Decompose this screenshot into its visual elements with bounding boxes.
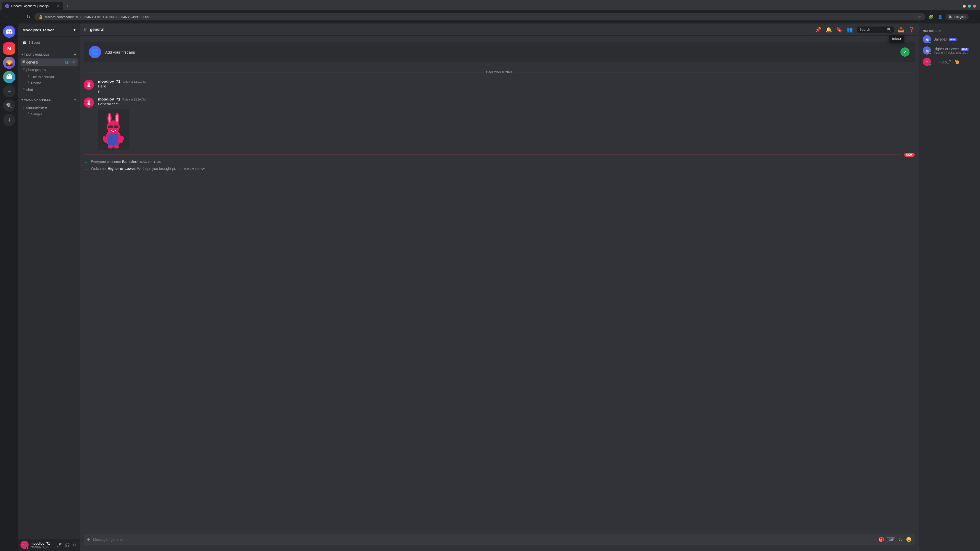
user-info: moodjoy_71 moodjoy71_0... <box>30 541 54 548</box>
message-content-1: moodjoy_71 Today at 12:01 AM Hello Hi <box>98 79 915 95</box>
download-apps-button[interactable]: ⬇ <box>3 114 15 126</box>
message-group-2: 🐰 moodjoy_71 Today at 12:26 AM General c… <box>80 96 919 151</box>
channel-item-chat[interactable]: # chat <box>21 86 78 94</box>
system-bold-1: Ballsdex <box>122 160 137 164</box>
message-input-bar: + 🎁 GIF 🗂 😊 <box>84 534 915 545</box>
date-divider: December 8, 2023 <box>80 68 919 76</box>
add-text-channel-button[interactable]: + <box>74 52 76 57</box>
channel-settings-button[interactable]: ⚙ <box>72 60 76 65</box>
thread-item-1[interactable]: ╰ This is a thread! <box>21 74 78 80</box>
add-server-button[interactable]: + <box>3 85 15 97</box>
user-avatar[interactable]: 🎮 <box>21 541 29 549</box>
incognito-button[interactable]: 🕵 Incognito <box>946 14 969 20</box>
emoji-icon[interactable]: 😊 <box>906 537 912 542</box>
message-input[interactable] <box>93 535 875 545</box>
back-button[interactable]: ← <box>3 13 12 21</box>
forward-button[interactable]: → <box>14 13 22 21</box>
app-banner-check-button[interactable]: ✓ <box>900 48 910 57</box>
mute-button[interactable]: 🎤 <box>56 541 63 548</box>
server-icon-moodjoy[interactable]: M <box>3 42 15 55</box>
text-channels-category[interactable]: ▾ Text Channels + <box>21 48 78 59</box>
message-line-hello: Hello <box>98 84 915 89</box>
attach-file-button[interactable]: + <box>87 534 90 545</box>
sample-name: Sample <box>31 112 42 116</box>
member-item-ballsdex[interactable]: 🤖 Ballsdex BOT <box>921 34 978 45</box>
date-line-right <box>515 72 915 73</box>
svg-point-4 <box>108 114 110 122</box>
inbox-wrapper: 📥 Inbox <box>898 27 904 33</box>
message-avatar-2[interactable]: 🐰 <box>84 97 94 108</box>
voice-channels-label: Voice Channels <box>24 98 51 101</box>
message-header-2: moodjoy_71 Today at 12:26 AM <box>98 97 915 101</box>
bookmark-icon[interactable]: 🔖 <box>836 27 842 33</box>
gif-button[interactable]: GIF <box>887 537 895 542</box>
server-header[interactable]: Moodjoy's server ▾ <box>18 24 80 37</box>
channel-item-channel-here[interactable]: # channel-here <box>21 103 78 111</box>
date-divider-text: December 8, 2023 <box>486 70 512 74</box>
address-bar[interactable]: 🔒 discord.com/channels/11823468517819843… <box>35 13 925 21</box>
profile-icon[interactable]: 👤 <box>937 14 944 21</box>
channel-name-chat: chat <box>26 88 33 92</box>
event-label: 1 Event <box>29 41 40 44</box>
pin-icon[interactable]: 📌 <box>815 27 821 33</box>
member-name-hol: Higher or Lower BOT <box>934 47 976 51</box>
thread-item-2[interactable]: ╰ Photos <box>21 80 78 86</box>
member-list-icon[interactable]: 👥 <box>846 27 853 33</box>
user-bar: 🎮 moodjoy_71 moodjoy71_0... 🎤 🎧 ⚙ <box>18 539 80 551</box>
member-avatar-hol: 🤖 <box>923 46 931 55</box>
help-icon[interactable]: ❓ <box>908 27 915 33</box>
explore-servers-button[interactable]: 🔍 <box>3 100 15 112</box>
browser-tab[interactable]: 🎮 Discord | #general | Moodjoy's... ✕ <box>2 2 63 10</box>
voice-channels-category[interactable]: ▾ Voice Channels + <box>21 94 78 103</box>
messages-area: 🌐 Add your first app ✓ December 8, 2023 … <box>80 36 919 534</box>
app-banner-text: Add your first app <box>105 50 896 54</box>
member-item-higher-or-lower[interactable]: 🤖 Higher or Lower BOT Playing !! !! /jok… <box>921 45 978 56</box>
message-input-area: + 🎁 GIF 🗂 😊 <box>80 534 919 551</box>
user-settings-button[interactable]: ⚙ <box>72 541 78 548</box>
channel-hash-icon: # <box>22 87 25 92</box>
message-gif <box>98 109 129 150</box>
tab-close-button[interactable]: ✕ <box>55 3 60 9</box>
svg-rect-11 <box>115 133 116 137</box>
discord-home-button[interactable] <box>3 25 15 38</box>
message-header-1: moodjoy_71 Today at 12:01 AM <box>98 79 915 83</box>
bot-badge-hol: BOT <box>961 48 969 51</box>
bot-badge-ballsdex: BOT <box>949 38 956 41</box>
member-status-ballsdex <box>929 41 931 44</box>
sticker-icon[interactable]: 🗂 <box>898 537 903 542</box>
add-first-app-banner[interactable]: 🌐 Add your first app ✓ <box>84 42 915 62</box>
add-voice-channel-button[interactable]: + <box>74 97 76 103</box>
channel-header: # general 📌 🔔 🔖 👥 🔍 📥 Inbox ❓ <box>80 24 919 36</box>
window-minimize-button[interactable]: — <box>963 5 966 8</box>
channel-item-photography[interactable]: # photography <box>21 66 78 74</box>
search-input[interactable] <box>859 27 885 32</box>
message-author-1[interactable]: moodjoy_71 <box>98 79 121 83</box>
gift-icon[interactable]: 🎁 <box>878 537 884 542</box>
more-options-icon[interactable]: ⋮ <box>971 14 977 21</box>
search-bar[interactable]: 🔍 <box>857 27 894 33</box>
inbox-icon[interactable]: 📥 <box>898 27 904 32</box>
voice-thread-sample[interactable]: ╰ Sample <box>21 111 78 117</box>
member-info-hol: Higher or Lower BOT Playing !! !! /joke:… <box>934 47 976 54</box>
channel-item-general[interactable]: # general 👥+ ⚙ <box>21 59 78 66</box>
event-item[interactable]: 📅 1 Event <box>21 38 78 46</box>
server-icon-1[interactable]: 🌄 <box>3 57 15 69</box>
message-line-hi: Hi <box>98 89 915 95</box>
deafen-button[interactable]: 🎧 <box>64 541 71 548</box>
message-author-2[interactable]: moodjoy_71 <box>98 97 121 101</box>
server-icon-2[interactable]: 🏔 <box>3 71 15 83</box>
member-info-moodjoy: moodjoy_71 👑 <box>934 60 976 64</box>
incognito-icon: 🕵 <box>948 15 952 19</box>
add-member-button[interactable]: 👥+ <box>64 60 71 65</box>
message-avatar-1[interactable]: 🐰 <box>84 79 94 90</box>
window-close-button[interactable]: ✕ <box>973 5 976 8</box>
message-text-1: Hello Hi <box>98 84 915 94</box>
extension-icon[interactable]: 🧩 <box>928 14 935 21</box>
new-tab-button[interactable]: + <box>64 3 71 10</box>
window-maximize-button[interactable]: □ <box>968 5 971 8</box>
member-item-moodjoy[interactable]: 🎮 moodjoy_71 👑 <box>921 56 978 67</box>
refresh-button[interactable]: ↻ <box>24 13 32 21</box>
notification-icon[interactable]: 🔔 <box>826 27 832 33</box>
crown-icon: 👑 <box>955 60 959 64</box>
message-group-1: 🐰 moodjoy_71 Today at 12:01 AM Hello Hi <box>80 78 919 96</box>
